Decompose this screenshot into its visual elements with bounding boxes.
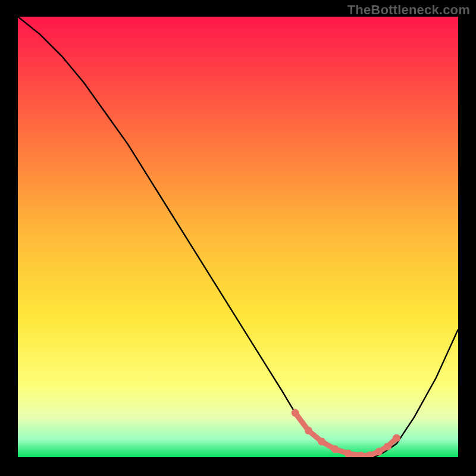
optimal-range-dot	[375, 448, 383, 456]
optimal-range-dot	[345, 450, 352, 457]
optimal-range-dot	[393, 434, 400, 442]
optimal-range-dot	[318, 438, 325, 446]
plot-area	[18, 17, 458, 457]
optimal-range-dot	[331, 445, 339, 453]
optimal-range-dot	[292, 409, 299, 417]
optimal-range-dot	[305, 427, 312, 434]
watermark-text: TheBottleneck.com	[347, 2, 470, 18]
optimal-range-dot	[384, 443, 392, 450]
bottleneck-chart	[18, 17, 458, 457]
chart-frame: TheBottleneck.com	[0, 0, 476, 476]
